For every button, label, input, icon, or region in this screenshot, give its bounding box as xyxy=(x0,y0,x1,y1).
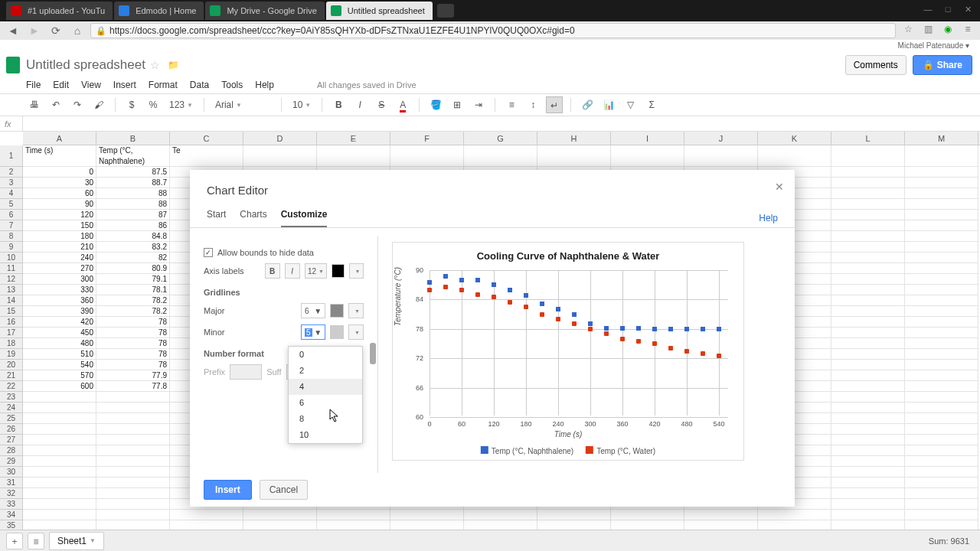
cell[interactable] xyxy=(905,285,978,295)
valign-button[interactable]: ↕ xyxy=(524,96,541,113)
merge-button[interactable]: ⇥ xyxy=(470,96,487,113)
zoom-select[interactable]: 123▼ xyxy=(166,99,196,110)
column-header[interactable]: J xyxy=(684,132,758,145)
italic-button[interactable]: I xyxy=(285,263,300,279)
window-controls[interactable]: —□✕ xyxy=(919,3,977,15)
cell[interactable] xyxy=(831,199,905,210)
menu-icon[interactable]: ≡ xyxy=(960,24,975,37)
cell[interactable]: 480 xyxy=(23,338,96,349)
extension-icon[interactable]: ◉ xyxy=(940,24,956,37)
cell[interactable]: 78 xyxy=(96,328,170,338)
cell[interactable]: 88.7 xyxy=(96,178,170,188)
format-currency[interactable]: $ xyxy=(123,96,140,113)
row-header[interactable]: 13 xyxy=(0,285,22,295)
row-header[interactable]: 15 xyxy=(0,306,22,317)
row-header[interactable]: 8 xyxy=(0,231,22,242)
tab-charts[interactable]: Charts xyxy=(240,204,266,227)
cell[interactable]: 390 xyxy=(23,306,96,317)
cell[interactable]: 87 xyxy=(96,210,170,220)
reload-button[interactable]: ⟳ xyxy=(47,23,64,38)
home-button[interactable]: ⌂ xyxy=(69,23,86,38)
column-header[interactable]: H xyxy=(537,132,611,145)
cell[interactable] xyxy=(831,274,905,285)
row-header[interactable]: 2 xyxy=(0,167,22,178)
cell[interactable]: 78 xyxy=(96,338,170,349)
borders-button[interactable]: ⊞ xyxy=(449,96,466,113)
menu-item[interactable]: 4 xyxy=(289,379,362,395)
cell[interactable] xyxy=(831,370,905,381)
star-icon[interactable]: ☆ xyxy=(150,59,160,71)
strike-button[interactable]: S xyxy=(373,96,390,113)
cell[interactable] xyxy=(905,328,978,338)
cell[interactable]: 240 xyxy=(23,253,96,263)
cell[interactable]: 78.2 xyxy=(96,295,170,306)
cell[interactable]: 77.9 xyxy=(96,370,170,381)
cell[interactable]: 180 xyxy=(23,231,96,242)
cell[interactable]: 83.2 xyxy=(96,242,170,253)
cell[interactable] xyxy=(905,253,978,263)
menu-data[interactable]: Data xyxy=(190,80,209,90)
major-gridlines-select[interactable]: 6▼ xyxy=(301,303,325,318)
cell[interactable] xyxy=(831,210,905,220)
bold-button[interactable]: B xyxy=(265,263,280,279)
cell[interactable] xyxy=(905,349,978,360)
cell[interactable]: 210 xyxy=(23,242,96,253)
row-header[interactable]: 10 xyxy=(0,253,22,263)
cell[interactable] xyxy=(831,167,905,178)
menu-item[interactable]: 8 xyxy=(289,411,362,427)
sheet-tab[interactable]: Sheet1▼ xyxy=(49,532,104,550)
row-header[interactable]: 14 xyxy=(0,295,22,306)
cell[interactable] xyxy=(905,178,978,188)
cell[interactable] xyxy=(905,370,978,381)
row-header[interactable]: 20 xyxy=(0,360,22,370)
cell[interactable] xyxy=(831,349,905,360)
cell[interactable] xyxy=(905,274,978,285)
fill-color-button[interactable]: 🪣 xyxy=(427,96,444,113)
cell[interactable]: 78 xyxy=(96,360,170,370)
row-header[interactable]: 6 xyxy=(0,210,22,220)
add-sheet-button[interactable]: + xyxy=(6,533,23,549)
cell[interactable]: 86 xyxy=(96,220,170,231)
cell[interactable]: 510 xyxy=(23,349,96,360)
cell[interactable] xyxy=(831,338,905,349)
cell[interactable] xyxy=(831,328,905,338)
column-header[interactable]: F xyxy=(390,132,464,145)
folder-icon[interactable]: 📁 xyxy=(168,60,179,70)
menu-tools[interactable]: Tools xyxy=(221,80,243,90)
bold-button[interactable]: B xyxy=(330,96,347,113)
cell[interactable]: 30 xyxy=(23,178,96,188)
cell[interactable]: 120 xyxy=(23,210,96,220)
star-icon[interactable]: ☆ xyxy=(900,24,916,37)
major-color-button[interactable] xyxy=(330,304,344,318)
minor-color-button[interactable] xyxy=(330,325,344,339)
row-header[interactable]: 19 xyxy=(0,349,22,360)
cell[interactable] xyxy=(831,306,905,317)
axis-font-size-select[interactable]: 12▼ xyxy=(305,263,327,279)
italic-button[interactable]: I xyxy=(351,96,368,113)
browser-tab[interactable]: My Drive - Google Drive xyxy=(205,2,324,20)
cell[interactable]: Te xyxy=(170,145,243,167)
cell[interactable] xyxy=(831,317,905,328)
close-icon[interactable]: ✕ xyxy=(775,181,784,193)
cell[interactable]: 270 xyxy=(23,263,96,274)
cell[interactable] xyxy=(905,338,978,349)
cell[interactable]: 570 xyxy=(23,370,96,381)
cell[interactable]: 300 xyxy=(23,274,96,285)
cell[interactable]: 78.1 xyxy=(96,285,170,295)
halign-button[interactable]: ≡ xyxy=(503,96,520,113)
browser-tab[interactable]: Edmodo | Home xyxy=(114,2,204,20)
menu-help[interactable]: Help xyxy=(255,80,274,90)
cell[interactable]: 330 xyxy=(23,285,96,295)
cell[interactable] xyxy=(905,231,978,242)
format-percent[interactable]: % xyxy=(145,96,162,113)
row-header[interactable]: 5 xyxy=(0,199,22,210)
row-header[interactable]: 7 xyxy=(0,220,22,231)
row-header[interactable]: 3 xyxy=(0,178,22,188)
cell[interactable] xyxy=(905,381,978,392)
functions-button[interactable]: Σ xyxy=(643,96,660,113)
comments-button[interactable]: Comments xyxy=(845,55,906,75)
allow-bounds-checkbox[interactable]: ✓ xyxy=(204,248,213,257)
cell[interactable]: 77.8 xyxy=(96,381,170,392)
prefix-input[interactable] xyxy=(230,364,262,380)
cell[interactable]: 0 xyxy=(23,167,96,178)
